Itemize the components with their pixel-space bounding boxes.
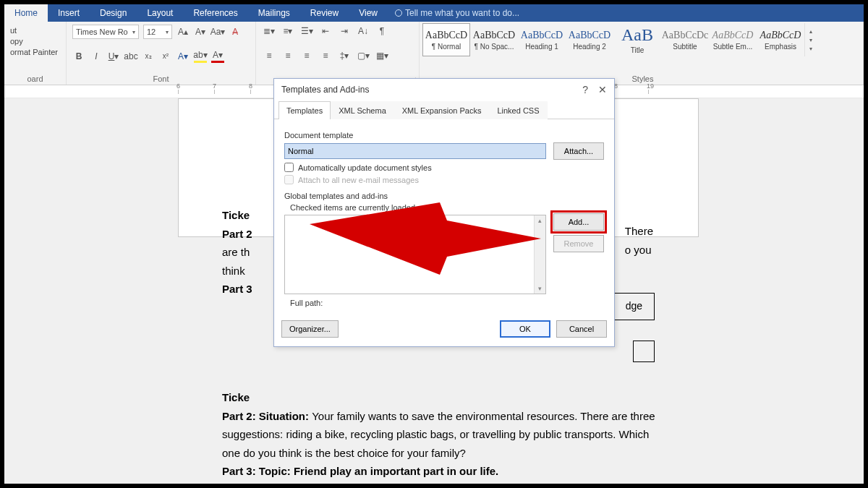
tab-review[interactable]: Review	[300, 4, 349, 22]
copy-button[interactable]: opy	[10, 37, 60, 46]
style-subtle-emphasis[interactable]: AaBbCcDSubtle Em...	[709, 23, 757, 56]
borders-icon[interactable]: ▦▾	[375, 49, 389, 62]
tab-home[interactable]: Home	[4, 4, 48, 22]
format-painter-button[interactable]: ormat Painter	[10, 48, 60, 56]
styles-more-button[interactable]: ▴▾▾	[804, 23, 816, 56]
strikethrough-icon[interactable]: abc	[124, 50, 137, 63]
scroll-up-icon[interactable]: ▴	[538, 217, 542, 224]
tab-references[interactable]: References	[183, 4, 247, 22]
doc-text: o you	[625, 241, 653, 260]
tab-layout[interactable]: Layout	[137, 4, 183, 22]
tab-mailings[interactable]: Mailings	[248, 4, 300, 22]
style-title[interactable]: AaBTitle	[613, 23, 661, 56]
style-subtitle[interactable]: AaBbCcDcSubtitle	[661, 23, 709, 56]
highlight-icon[interactable]: ab▾	[194, 50, 207, 63]
subscript-icon[interactable]: x₂	[142, 50, 155, 63]
cancel-button[interactable]: Cancel	[556, 320, 607, 338]
show-marks-icon[interactable]: ¶	[375, 25, 389, 38]
ok-button[interactable]: OK	[500, 320, 550, 338]
style-no-spacing[interactable]: AaBbCcD¶ No Spac...	[470, 23, 518, 56]
decrease-indent-icon[interactable]: ⇤	[318, 25, 333, 38]
doc-text: There	[625, 222, 653, 241]
font-name-combo[interactable]: Times New Ro▾	[72, 25, 139, 39]
tab-insert[interactable]: Insert	[48, 4, 90, 22]
justify-icon[interactable]: ≡	[318, 49, 333, 62]
remove-button: Remove	[553, 235, 604, 252]
shading-icon[interactable]: ▢▾	[356, 49, 370, 62]
auto-update-checkbox[interactable]: Automatically update document styles	[284, 163, 604, 172]
dialog-tab-xml-expansion[interactable]: XML Expansion Packs	[394, 101, 490, 119]
text-effects-icon[interactable]: A▾	[176, 50, 190, 63]
global-templates-list[interactable]: ▴▾	[284, 215, 546, 294]
tab-design[interactable]: Design	[90, 4, 137, 22]
clipboard-group-label: oard	[10, 73, 60, 83]
font-size-combo[interactable]: 12▾	[143, 25, 172, 39]
style-heading2[interactable]: AaBbCcDHeading 2	[566, 23, 613, 56]
doc-box-partial: dge	[613, 293, 655, 320]
styles-gallery: AaBbCcD¶ Normal AaBbCcD¶ No Spac... AaBb…	[422, 23, 863, 56]
dialog-tab-linked-css[interactable]: Linked CSS	[489, 101, 547, 119]
tab-view[interactable]: View	[349, 4, 388, 22]
font-color-icon[interactable]: A▾	[211, 50, 224, 63]
align-right-icon[interactable]: ≡	[299, 49, 314, 62]
dialog-title: Templates and Add-ins	[281, 85, 369, 95]
lightbulb-icon	[395, 9, 402, 17]
list-scrollbar[interactable]: ▴▾	[534, 215, 545, 294]
clear-formatting-icon[interactable]: A̶	[229, 25, 242, 38]
align-center-icon[interactable]: ≡	[281, 49, 295, 62]
global-templates-label: Global templates and add-ins	[284, 192, 604, 200]
doc-text: Part 3	[222, 283, 252, 295]
full-path-label: Full path:	[290, 299, 604, 307]
ribbon-tab-strip: Home Insert Design Layout References Mai…	[4, 4, 864, 22]
checked-items-label: Checked items are currently loaded.	[290, 203, 604, 212]
bullets-icon[interactable]: ≣▾	[262, 25, 276, 38]
ribbon: ut opy ormat Painter oard Times New Ro▾ …	[4, 22, 864, 85]
increase-indent-icon[interactable]: ⇥	[337, 25, 352, 38]
document-template-label: Document template	[284, 131, 604, 140]
doc-text: Ticke	[222, 391, 250, 403]
line-spacing-icon[interactable]: ‡▾	[337, 49, 352, 62]
attach-all-checkbox: Attach to all new e-mail messages	[284, 175, 604, 184]
doc-text: Part 2	[222, 228, 252, 240]
templates-addins-dialog: Templates and Add-ins ? ✕ Templates XML …	[273, 78, 615, 347]
numbering-icon[interactable]: ≡▾	[281, 25, 295, 38]
italic-icon[interactable]: I	[90, 50, 103, 63]
dialog-help-icon[interactable]: ?	[582, 84, 588, 95]
shrink-font-icon[interactable]: A▾	[194, 25, 207, 38]
style-normal[interactable]: AaBbCcD¶ Normal	[422, 23, 470, 56]
style-heading1[interactable]: AaBbCcDHeading 1	[518, 23, 566, 56]
dialog-tab-xml-schema[interactable]: XML Schema	[331, 101, 394, 119]
dialog-close-icon[interactable]: ✕	[598, 84, 607, 95]
scroll-down-icon[interactable]: ▾	[538, 285, 542, 292]
tell-me-search[interactable]: Tell me what you want to do...	[388, 4, 519, 22]
change-case-icon[interactable]: Aa▾	[211, 25, 224, 38]
style-emphasis[interactable]: AaBbCcDEmphasis	[757, 23, 804, 56]
doc-text: Ticke	[222, 209, 250, 221]
doc-text: Part 3: Topic: Friend play an important …	[222, 465, 498, 477]
underline-icon[interactable]: U▾	[107, 50, 120, 63]
grow-font-icon[interactable]: A▴	[176, 25, 190, 38]
cut-button[interactable]: ut	[10, 26, 60, 35]
superscript-icon[interactable]: x²	[159, 50, 172, 63]
multilevel-icon[interactable]: ☰▾	[299, 25, 314, 38]
document-template-field[interactable]	[284, 143, 546, 159]
attach-button[interactable]: Attach...	[553, 142, 604, 160]
organizer-button[interactable]: Organizer...	[281, 320, 339, 338]
tell-me-placeholder: Tell me what you want to do...	[405, 8, 519, 18]
bold-icon[interactable]: B	[72, 50, 85, 63]
align-left-icon[interactable]: ≡	[262, 49, 276, 62]
dialog-tab-templates[interactable]: Templates	[278, 101, 331, 119]
font-group-label: Font	[72, 73, 250, 83]
doc-text: Part 2: Situation:	[222, 410, 312, 422]
add-button[interactable]: Add...	[553, 213, 604, 231]
sort-icon[interactable]: A↓	[356, 25, 370, 38]
